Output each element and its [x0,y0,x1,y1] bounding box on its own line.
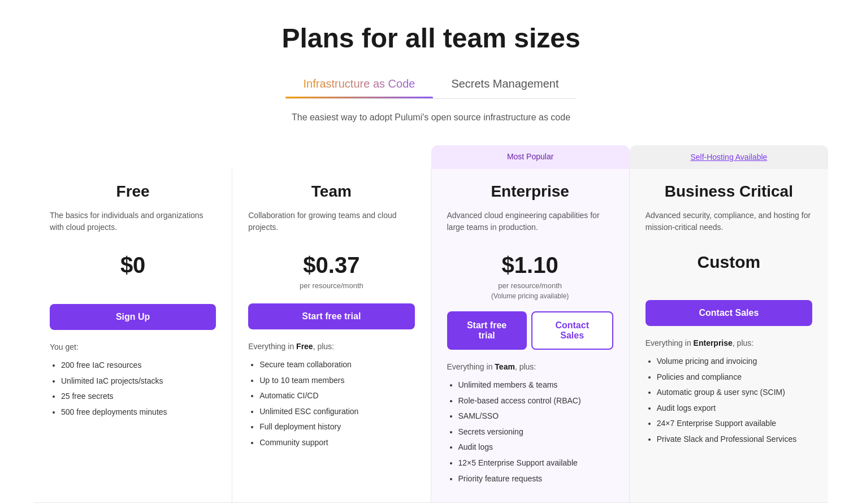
plan-free-name: Free [50,183,216,201]
plan-business: Business Critical Advanced security, com… [630,169,828,503]
plan-team: Team Collaboration for growing teams and… [232,169,431,503]
plan-team-price: $0.37 [248,253,414,278]
business-features-label: Everything in Enterprise, plus: [646,337,812,349]
plan-free-price: $0 [50,253,216,278]
list-item: 25 free secrets [61,391,216,402]
list-item: Full deployment history [259,422,414,433]
plan-team-price-subtitle: per resource/month [248,281,414,290]
plan-business-name: Business Critical [646,183,812,201]
list-item: SAML/SSO [458,411,613,422]
business-features-list: Volume pricing and invoicing Policies an… [646,356,812,445]
self-hosting-link[interactable]: Self-Hosting Available [690,153,767,162]
badge-free-empty [34,145,232,169]
page-title: Plans for all team sizes [34,23,828,54]
list-item: Policies and compliance [657,372,812,383]
list-item: Role-based access control (RBAC) [458,396,613,407]
plan-free-description: The basics for individuals and organizat… [50,210,216,241]
plan-enterprise-price: $1.10 [447,253,613,278]
list-item: Unlimited IaC projects/stacks [61,376,216,387]
list-item: 500 free deployments minutes [61,407,216,418]
badge-self-hosting: Self-Hosting Available [630,145,828,169]
enterprise-features-list: Unlimited members & teams Role-based acc… [447,380,613,484]
list-item: Audit logs [458,442,613,453]
enterprise-contact-button[interactable]: Contact Sales [531,311,613,350]
plan-team-name: Team [248,183,414,201]
list-item: 24×7 Enterprise Support available [657,418,812,429]
plan-business-price: Custom [646,253,812,272]
plan-business-description: Advanced security, compliance, and hosti… [646,210,812,241]
plan-team-description: Collaboration for growing teams and clou… [248,210,414,241]
list-item: Community support [259,437,414,449]
business-contact-button[interactable]: Contact Sales [646,300,812,326]
tab-iac[interactable]: Infrastructure as Code [285,72,434,98]
team-features-list: Secure team collaboration Up to 10 team … [248,359,414,449]
plans-grid: Free The basics for individuals and orga… [34,169,828,503]
badge-most-popular: Most Popular [431,145,630,169]
plan-enterprise: Enterprise Advanced cloud engineering ca… [431,169,630,503]
enterprise-features-label: Everything in Team, plus: [447,361,613,373]
plan-enterprise-price-note: (Volume pricing available) [447,292,613,300]
list-item: 200 free IaC resources [61,360,216,371]
team-trial-button[interactable]: Start free trial [248,303,414,329]
badges-row: Most Popular Self-Hosting Available [34,145,828,169]
list-item: Secure team collaboration [259,359,414,371]
list-item: Private Slack and Professional Services [657,434,812,445]
free-features-label: You get: [50,341,216,353]
tabs-container: Infrastructure as Code Secrets Managemen… [34,72,828,99]
list-item: 12×5 Enterprise Support available [458,458,613,469]
list-item: Automatic CI/CD [259,390,414,402]
plan-enterprise-name: Enterprise [447,183,613,201]
enterprise-trial-button[interactable]: Start free trial [447,311,527,350]
list-item: Unlimited ESC configuration [259,406,414,418]
plan-enterprise-price-subtitle: per resource/month [447,281,613,290]
tab-secrets[interactable]: Secrets Management [433,72,577,98]
list-item: Unlimited members & teams [458,380,613,391]
enterprise-btn-row: Start free trial Contact Sales [447,311,613,350]
free-features-list: 200 free IaC resources Unlimited IaC pro… [50,360,216,418]
plan-enterprise-description: Advanced cloud engineering capabilities … [447,210,613,241]
free-signup-button[interactable]: Sign Up [50,304,216,330]
list-item: Secrets versioning [458,427,613,438]
list-item: Automatic group & user sync (SCIM) [657,387,812,398]
list-item: Priority feature requests [458,473,613,485]
page-subtitle: The easiest way to adopt Pulumi's open s… [34,112,828,123]
list-item: Audit logs export [657,403,812,414]
plan-free: Free The basics for individuals and orga… [34,169,232,503]
badge-team-empty [232,145,431,169]
list-item: Volume pricing and invoicing [657,356,812,367]
list-item: Up to 10 team members [259,375,414,386]
team-features-label: Everything in Free, plus: [248,341,414,353]
